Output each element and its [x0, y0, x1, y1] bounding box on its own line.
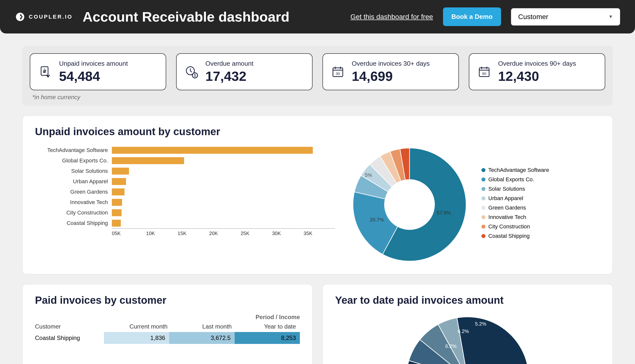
legend-label: Coastal Shipping	[488, 233, 529, 239]
legend-item: Global Exports Co.	[481, 176, 549, 183]
bar-fill	[112, 209, 122, 216]
table-header-row: Customer Current month Last month Year t…	[35, 323, 300, 332]
bar-row: Coastal Shipping	[35, 218, 335, 228]
x-axis-tick: 15K	[178, 228, 209, 236]
bar-row: Global Exports Co.	[35, 156, 335, 166]
legend-dot-icon	[481, 196, 485, 200]
customer-dropdown-label: Customer	[518, 13, 548, 21]
kpi-overdue-amount: $ Overdue amount 17,432	[176, 53, 313, 90]
book-demo-button[interactable]: Book a Demo	[443, 8, 501, 26]
clock-dollar-icon: $	[185, 65, 198, 79]
legend-item: Solar Solutions	[481, 186, 549, 192]
svg-text:90: 90	[482, 71, 486, 76]
kpi-value: 17,432	[205, 68, 254, 84]
kpi-label: Unpaid invoices amount	[59, 60, 128, 68]
page-title: Account Receivable dashboard	[83, 9, 341, 25]
donut-slice-label: 20.7%	[370, 217, 384, 223]
bar-category-label: Innovative Tech	[35, 199, 112, 206]
bar-category-label: Coastal Shipping	[35, 220, 112, 226]
bar-fill	[112, 147, 313, 154]
chevron-down-icon: ▼	[608, 14, 613, 19]
unpaid-donut-chart: 57.9% 20.7% 5%	[350, 145, 469, 264]
legend-dot-icon	[481, 225, 485, 228]
legend-item: Innovative Tech	[481, 214, 549, 220]
col-current-month: Current month	[107, 323, 171, 330]
calendar-30-icon: 30	[331, 65, 345, 79]
ytd-pie-chart: 5.2% 6.2% 6.2%	[403, 314, 532, 364]
table-row: Coastal Shipping 1,836 3,672.5 8,253	[35, 332, 300, 344]
bar-category-label: Green Gardens	[35, 189, 112, 195]
bar-fill	[112, 157, 184, 164]
x-axis-tick: 35K	[304, 228, 335, 236]
bar-fill	[112, 220, 121, 227]
svg-text:$: $	[194, 73, 196, 77]
bar-row: Innovative Tech	[35, 197, 335, 208]
legend-label: Solar Solutions	[488, 186, 525, 192]
legend-dot-icon	[481, 206, 485, 210]
cell-last-month: 3,672.5	[169, 332, 234, 344]
unpaid-bar-chart: TechAdvantage SoftwareGlobal Exports Co.…	[35, 145, 335, 264]
kpi-label: Overdue amount	[205, 60, 254, 68]
donut-legend: TechAdvantage SoftwareGlobal Exports Co.…	[481, 167, 549, 242]
calendar-90-icon: 90	[477, 65, 491, 79]
legend-dot-icon	[481, 178, 485, 182]
legend-label: Global Exports Co.	[488, 176, 534, 183]
legend-label: TechAdvantage Software	[488, 167, 549, 173]
x-axis-tick: 5K	[115, 228, 146, 236]
bar-fill	[112, 188, 125, 196]
donut-slice-label: 57.9%	[437, 210, 451, 216]
bar-row: TechAdvantage Software	[35, 145, 335, 156]
legend-dot-icon	[481, 187, 485, 191]
panel-title: Year to date paid invoices amount	[335, 294, 600, 306]
pie-slice-label: 5.2%	[475, 321, 486, 327]
bar-category-label: Solar Solutions	[35, 168, 112, 174]
bar-category-label: Global Exports Co.	[35, 158, 112, 164]
x-axis-tick: 20K	[209, 228, 241, 236]
ytd-paid-panel: Year to date paid invoices amount 5.2% 6…	[322, 284, 613, 364]
kpi-section: Unpaid invoices amount 54,484 $ Overdue …	[22, 46, 613, 106]
bar-category-label: Urban Apparel	[35, 178, 112, 185]
svg-rect-0	[22, 15, 23, 16]
legend-label: Green Gardens	[488, 204, 526, 211]
bar-category-label: TechAdvantage Software	[35, 147, 112, 154]
bar-row: City Construction	[35, 208, 335, 218]
pie-slice-label: 6.2%	[458, 328, 469, 334]
kpi-unpaid-invoices: Unpaid invoices amount 54,484	[30, 53, 166, 90]
bar-fill	[112, 168, 129, 174]
legend-item: Green Gardens	[481, 204, 549, 211]
cell-year-to-date: 8,253	[235, 332, 300, 344]
svg-rect-1	[22, 17, 23, 19]
get-dashboard-link[interactable]: Get this dashboard for free	[350, 13, 433, 21]
table-meta-header: Period / Income	[35, 314, 300, 323]
cell-customer: Coastal Shipping	[35, 332, 104, 344]
x-axis-tick: 25K	[241, 228, 272, 236]
kpi-value: 12,430	[498, 68, 576, 84]
bar-row: Solar Solutions	[35, 166, 335, 176]
legend-dot-icon	[481, 234, 485, 238]
legend-item: City Construction	[481, 224, 549, 230]
kpi-footnote: *in home currency	[30, 94, 605, 101]
coupler-logo-icon	[15, 12, 25, 22]
panel-title: Paid invoices by customer	[35, 294, 300, 306]
legend-item: Urban Apparel	[481, 195, 549, 202]
pie-slice-label: 6.2%	[445, 344, 457, 349]
donut-slice-label: 5%	[365, 172, 372, 178]
x-axis-tick: 30K	[272, 228, 304, 236]
unpaid-by-customer-panel: Unpaid invoices amount by customer TechA…	[22, 116, 613, 274]
kpi-value: 14,699	[352, 68, 430, 84]
col-year-to-date: Year to date	[236, 323, 300, 330]
bar-fill	[112, 199, 122, 206]
x-axis-tick: 10K	[146, 228, 178, 236]
brand-name: COUPLER.IO	[29, 14, 73, 20]
x-axis-tick: 0	[112, 228, 115, 236]
legend-item: TechAdvantage Software	[481, 167, 549, 173]
legend-label: Innovative Tech	[488, 214, 526, 220]
kpi-overdue-30: 30 Overdue invoices 30+ days 14,699	[322, 53, 459, 90]
customer-dropdown[interactable]: Customer ▼	[511, 8, 620, 26]
bar-row: Green Gardens	[35, 187, 335, 197]
legend-dot-icon	[481, 168, 485, 172]
legend-dot-icon	[481, 215, 485, 219]
bar-row: Urban Apparel	[35, 176, 335, 187]
svg-text:30: 30	[336, 71, 340, 76]
col-last-month: Last month	[171, 323, 236, 330]
